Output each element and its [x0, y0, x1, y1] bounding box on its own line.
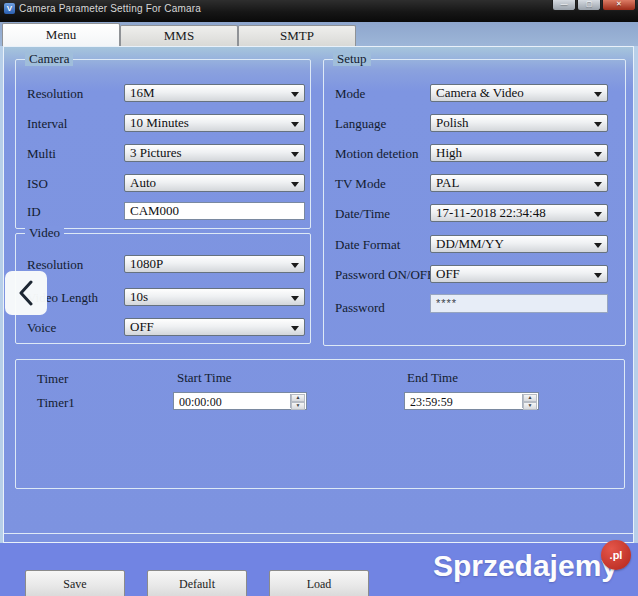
close-button[interactable]: ✕: [602, 0, 636, 11]
chevron-down-icon: [594, 212, 602, 217]
chevron-down-icon: [291, 296, 299, 301]
chevron-down-icon: [594, 152, 602, 157]
video-resolution-value: 1080P: [130, 256, 163, 271]
setup-password-toggle-select[interactable]: OFF: [430, 265, 608, 283]
camera-resolution-value: 16M: [130, 85, 155, 100]
end-time-header: End Time: [407, 370, 458, 386]
camera-id-label: ID: [27, 204, 41, 220]
video-voice-label: Voice: [27, 320, 56, 336]
video-voice-value: OFF: [130, 319, 154, 334]
setup-language-select[interactable]: Polish: [430, 114, 608, 132]
titlebar[interactable]: V Camera Parameter Setting For Camara — …: [0, 0, 638, 22]
app-icon: V: [4, 3, 15, 14]
menu-tab-page: Camera Resolution 16M Interval 10 Minute…: [3, 46, 634, 543]
timer1-label: Timer1: [37, 395, 75, 411]
setup-mode-label: Mode: [335, 86, 365, 102]
camera-iso-select[interactable]: Auto: [124, 174, 305, 192]
video-group: Video Resolution 1080P Video Length 10s …: [15, 233, 311, 344]
video-group-title: Video: [25, 226, 64, 240]
watermark: Sprzedajemy .pl: [433, 549, 618, 583]
chevron-left-icon: [18, 280, 34, 306]
setup-password-input[interactable]: ****: [430, 294, 608, 313]
setup-password-toggle-label: Password ON/OFF: [335, 267, 434, 283]
setup-motion-select[interactable]: High: [430, 144, 608, 162]
camera-multi-label: Multi: [27, 146, 56, 162]
camera-resolution-label: Resolution: [27, 86, 83, 102]
chevron-down-icon: [291, 182, 299, 187]
camera-iso-label: ISO: [27, 176, 48, 192]
video-length-select[interactable]: 10s: [124, 288, 305, 306]
default-button[interactable]: Default: [147, 570, 247, 596]
spinner: ▲ ▼: [290, 394, 305, 408]
page-inner-divider: [4, 533, 633, 534]
chevron-down-icon: [594, 243, 602, 248]
tab-strip: Menu MMS SMTP: [0, 22, 638, 46]
timer-group-title: Timer: [37, 371, 68, 387]
setup-password-toggle-value: OFF: [436, 266, 460, 281]
minimize-button[interactable]: —: [552, 0, 576, 11]
timer-group: Timer Start Time End Time Timer1 00:00:0…: [15, 359, 625, 489]
spin-up-icon[interactable]: ▲: [291, 394, 305, 402]
chevron-down-icon: [594, 122, 602, 127]
setup-group-title: Setup: [333, 52, 371, 66]
camera-interval-value: 10 Minutes: [130, 115, 189, 130]
chevron-down-icon: [291, 122, 299, 127]
timer1-start-spinbox[interactable]: 00:00:00 ▲ ▼: [173, 392, 307, 410]
camera-multi-value: 3 Pictures: [130, 145, 182, 160]
close-icon: ✕: [616, 0, 622, 8]
setup-mode-value: Camera & Video: [436, 85, 524, 100]
tab-menu[interactable]: Menu: [2, 23, 120, 46]
setup-datetime-label: Date/Time: [335, 206, 390, 222]
camera-multi-select[interactable]: 3 Pictures: [124, 144, 305, 162]
timer1-start-value: 00:00:00: [179, 394, 222, 410]
setup-tvmode-value: PAL: [436, 175, 459, 190]
watermark-pl-badge: .pl: [601, 540, 631, 570]
spin-down-icon[interactable]: ▼: [523, 402, 537, 410]
start-time-header: Start Time: [177, 370, 232, 386]
setup-language-label: Language: [335, 116, 386, 132]
chevron-down-icon: [594, 182, 602, 187]
setup-motion-value: High: [436, 145, 462, 160]
camera-resolution-select[interactable]: 16M: [124, 84, 305, 102]
chevron-down-icon: [594, 273, 602, 278]
chevron-down-icon: [594, 92, 602, 97]
camera-group: Camera Resolution 16M Interval 10 Minute…: [15, 59, 311, 229]
setup-dateformat-select[interactable]: DD/MM/YY: [430, 235, 608, 253]
minimize-icon: —: [561, 0, 568, 8]
camera-iso-value: Auto: [130, 175, 156, 190]
setup-datetime-select[interactable]: 17-11-2018 22:34:48: [430, 204, 608, 222]
setup-motion-label: Motion detetion: [335, 146, 418, 162]
setup-tvmode-select[interactable]: PAL: [430, 174, 608, 192]
maximize-button[interactable]: ▢: [577, 0, 601, 11]
video-resolution-select[interactable]: 1080P: [124, 255, 305, 273]
spinner: ▲ ▼: [522, 394, 537, 408]
camera-id-input[interactable]: CAM000: [124, 202, 305, 220]
chevron-down-icon: [291, 326, 299, 331]
setup-password-label: Password: [335, 300, 385, 316]
spin-up-icon[interactable]: ▲: [523, 394, 537, 402]
setup-dateformat-value: DD/MM/YY: [436, 236, 504, 251]
camera-settings-window: V Camera Parameter Setting For Camara — …: [0, 0, 638, 596]
video-voice-select[interactable]: OFF: [124, 318, 305, 336]
spin-down-icon[interactable]: ▼: [291, 402, 305, 410]
chevron-down-icon: [291, 263, 299, 268]
carousel-prev-button[interactable]: [5, 271, 47, 315]
window-title: Camera Parameter Setting For Camara: [19, 3, 201, 14]
setup-tvmode-label: TV Mode: [335, 176, 386, 192]
tab-smtp[interactable]: SMTP: [238, 25, 356, 46]
setup-language-value: Polish: [436, 115, 469, 130]
chevron-down-icon: [291, 152, 299, 157]
tab-mms[interactable]: MMS: [120, 25, 238, 46]
timer1-end-value: 23:59:59: [410, 394, 453, 410]
maximize-icon: ▢: [586, 0, 593, 8]
camera-interval-select[interactable]: 10 Minutes: [124, 114, 305, 132]
chevron-down-icon: [291, 92, 299, 97]
load-button[interactable]: Load: [269, 570, 369, 596]
save-button[interactable]: Save: [25, 570, 125, 596]
camera-interval-label: Interval: [27, 116, 67, 132]
window-frame-right: [634, 22, 638, 543]
setup-mode-select[interactable]: Camera & Video: [430, 84, 608, 102]
timer1-end-spinbox[interactable]: 23:59:59 ▲ ▼: [404, 392, 539, 410]
setup-dateformat-label: Date Format: [335, 237, 400, 253]
camera-group-title: Camera: [25, 52, 73, 66]
